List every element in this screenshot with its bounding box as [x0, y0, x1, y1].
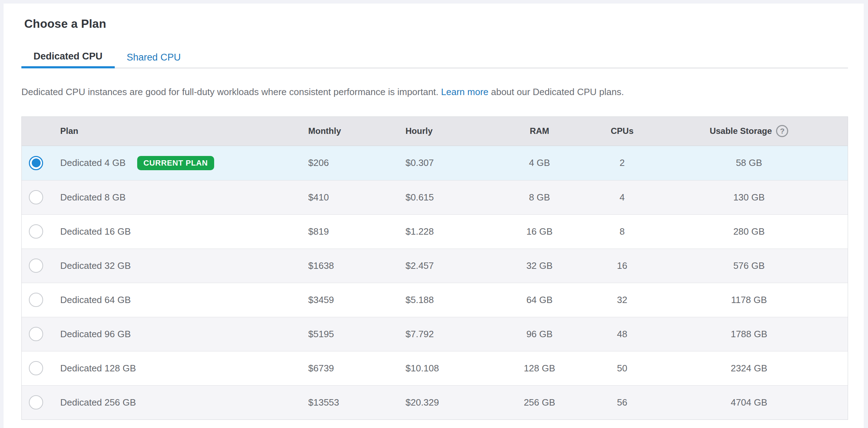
storage-value: 2324 GB: [650, 363, 848, 374]
plan-name: Dedicated 64 GB: [60, 294, 131, 306]
plan-name: Dedicated 96 GB: [60, 329, 131, 340]
column-header-ram: RAM: [485, 126, 594, 136]
radio-cell: [22, 190, 50, 204]
radio-cell: [22, 293, 50, 307]
storage-value: 4704 GB: [650, 397, 848, 408]
learn-more-link[interactable]: Learn more: [441, 87, 489, 97]
tab-shared-cpu[interactable]: Shared CPU: [115, 46, 193, 68]
radio-cell: [22, 327, 50, 341]
plan-cell: Dedicated 96 GB: [50, 329, 308, 340]
choose-plan-card: Choose a Plan Dedicated CPU Shared CPU D…: [4, 4, 864, 428]
table-row[interactable]: Dedicated 32 GB $1638 $2.457 32 GB 16 57…: [22, 249, 848, 283]
cpus-value: 16: [594, 260, 650, 271]
radio-cell: [22, 361, 50, 375]
radio-cell: [22, 224, 50, 239]
plan-radio[interactable]: [29, 293, 43, 307]
column-header-usable-storage: Usable Storage ?: [650, 125, 848, 137]
cpus-value: 48: [594, 329, 650, 340]
plan-radio[interactable]: [29, 156, 43, 170]
storage-value: 576 GB: [650, 260, 848, 271]
plan-radio[interactable]: [29, 361, 43, 375]
plan-name: Dedicated 128 GB: [60, 363, 136, 374]
ram-value: 32 GB: [485, 260, 594, 271]
current-plan-badge: CURRENT PLAN: [137, 156, 215, 170]
radio-cell: [22, 156, 50, 170]
usable-storage-label: Usable Storage: [710, 126, 772, 136]
monthly-price: $819: [308, 226, 405, 237]
cpus-value: 56: [594, 397, 650, 408]
monthly-price: $410: [308, 192, 405, 203]
plan-cell: Dedicated 8 GB: [50, 192, 308, 203]
hourly-price: $0.615: [405, 192, 485, 203]
table-row[interactable]: Dedicated 96 GB $5195 $7.792 96 GB 48 17…: [22, 317, 848, 351]
monthly-price: $3459: [308, 294, 405, 306]
plan-description: Dedicated CPU instances are good for ful…: [21, 86, 848, 98]
plan-cell: Dedicated 32 GB: [50, 260, 308, 271]
monthly-price: $206: [308, 157, 405, 168]
plan-name: Dedicated 256 GB: [60, 397, 136, 408]
ram-value: 256 GB: [485, 397, 594, 408]
hourly-price: $20.329: [405, 397, 485, 408]
page-title: Choose a Plan: [24, 17, 848, 31]
plan-cell: Dedicated 256 GB: [50, 397, 308, 408]
cpus-value: 4: [594, 192, 650, 203]
plan-radio[interactable]: [29, 327, 43, 341]
hourly-price: $1.228: [405, 226, 485, 237]
plan-cell: Dedicated 16 GB: [50, 226, 308, 237]
ram-value: 16 GB: [485, 226, 594, 237]
table-row[interactable]: Dedicated 64 GB $3459 $5.188 64 GB 32 11…: [22, 283, 848, 317]
ram-value: 8 GB: [485, 192, 594, 203]
plan-cell: Dedicated 4 GB CURRENT PLAN: [50, 156, 308, 170]
storage-value: 1788 GB: [650, 329, 848, 340]
plan-radio[interactable]: [29, 259, 43, 273]
cpus-value: 50: [594, 363, 650, 374]
description-text-after: about our Dedicated CPU plans.: [489, 87, 624, 97]
hourly-price: $5.188: [405, 294, 485, 306]
plans-table-header: Plan Monthly Hourly RAM CPUs Usable Stor…: [22, 117, 848, 146]
plan-radio[interactable]: [29, 395, 43, 409]
column-header-monthly: Monthly: [308, 126, 405, 136]
plan-name: Dedicated 16 GB: [60, 226, 131, 237]
table-row[interactable]: Dedicated 128 GB $6739 $10.108 128 GB 50…: [22, 351, 848, 385]
ram-value: 96 GB: [485, 329, 594, 340]
question-mark-icon[interactable]: ?: [776, 125, 788, 137]
tab-dedicated-cpu[interactable]: Dedicated CPU: [21, 46, 115, 68]
cpus-value: 2: [594, 157, 650, 168]
plan-name: Dedicated 8 GB: [60, 192, 126, 203]
cpus-value: 8: [594, 226, 650, 237]
ram-value: 128 GB: [485, 363, 594, 374]
column-header-hourly: Hourly: [405, 126, 485, 136]
hourly-price: $0.307: [405, 157, 485, 168]
plans-table-body: Dedicated 4 GB CURRENT PLAN $206 $0.307 …: [22, 146, 848, 419]
cpus-value: 32: [594, 294, 650, 306]
column-header-plan: Plan: [50, 126, 308, 136]
storage-value: 130 GB: [650, 192, 848, 203]
monthly-price: $1638: [308, 260, 405, 271]
hourly-price: $7.792: [405, 329, 485, 340]
storage-value: 280 GB: [650, 226, 848, 237]
table-row[interactable]: Dedicated 4 GB CURRENT PLAN $206 $0.307 …: [22, 146, 848, 180]
radio-cell: [22, 259, 50, 273]
description-text-before: Dedicated CPU instances are good for ful…: [21, 87, 441, 97]
monthly-price: $5195: [308, 329, 405, 340]
radio-cell: [22, 395, 50, 409]
hourly-price: $10.108: [405, 363, 485, 374]
storage-value: 58 GB: [650, 157, 848, 168]
tab-bar: Dedicated CPU Shared CPU: [21, 46, 848, 68]
plan-name: Dedicated 32 GB: [60, 260, 131, 271]
table-row[interactable]: Dedicated 256 GB $13553 $20.329 256 GB 5…: [22, 385, 848, 419]
column-header-cpus: CPUs: [594, 126, 650, 136]
plan-cell: Dedicated 128 GB: [50, 363, 308, 374]
plan-radio[interactable]: [29, 224, 43, 239]
table-row[interactable]: Dedicated 16 GB $819 $1.228 16 GB 8 280 …: [22, 214, 848, 249]
plan-cell: Dedicated 64 GB: [50, 294, 308, 306]
ram-value: 64 GB: [485, 294, 594, 306]
plans-table: Plan Monthly Hourly RAM CPUs Usable Stor…: [21, 116, 848, 420]
plan-name: Dedicated 4 GB: [60, 157, 126, 168]
table-row[interactable]: Dedicated 8 GB $410 $0.615 8 GB 4 130 GB: [22, 180, 848, 214]
monthly-price: $6739: [308, 363, 405, 374]
plan-radio[interactable]: [29, 190, 43, 204]
storage-value: 1178 GB: [650, 294, 848, 306]
monthly-price: $13553: [308, 397, 405, 408]
hourly-price: $2.457: [405, 260, 485, 271]
